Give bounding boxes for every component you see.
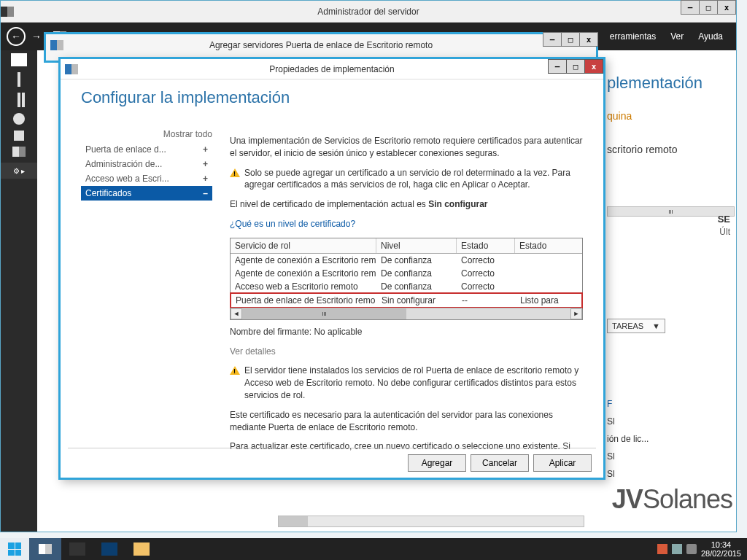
se-label: SE bbox=[718, 214, 730, 225]
close-button[interactable]: x bbox=[584, 59, 603, 74]
dialog-heading: Configurar la implementación bbox=[81, 88, 290, 107]
peek-link1[interactable]: quina bbox=[607, 110, 735, 122]
nav-panel: Mostrar todo Puerta de enlace d...+ Admi… bbox=[81, 93, 212, 440]
start-button[interactable] bbox=[0, 538, 29, 560]
ult-label: Últ bbox=[719, 227, 730, 237]
col-state2[interactable]: Estado bbox=[515, 238, 565, 253]
apply-button[interactable]: Aplicar bbox=[533, 454, 592, 472]
menu-help[interactable]: Ayuda bbox=[698, 31, 723, 42]
table-row[interactable]: Agente de conexión a Escritorio remDe co… bbox=[231, 267, 582, 280]
nav-gateway[interactable]: Puerta de enlace d...+ bbox=[81, 142, 212, 157]
cancel-button[interactable]: Cancelar bbox=[471, 454, 529, 472]
outer-title: Administrador del servidor bbox=[317, 7, 419, 17]
separator bbox=[68, 448, 596, 448]
sidebar-all-icon[interactable] bbox=[18, 93, 20, 107]
warning-icon bbox=[230, 366, 240, 375]
task-server-manager[interactable] bbox=[29, 538, 61, 560]
tray-network-icon[interactable] bbox=[672, 544, 682, 554]
maximize-button[interactable]: □ bbox=[561, 32, 580, 47]
cert-table: Servicio de rol Nivel Estado Estado Agen… bbox=[230, 238, 583, 320]
maximize-button[interactable]: □ bbox=[699, 0, 718, 15]
peek-link2[interactable]: scritorio remoto bbox=[607, 144, 735, 155]
warn-text2: El servidor tiene instalados los servici… bbox=[244, 365, 583, 401]
back-icon[interactable]: ← bbox=[7, 27, 26, 46]
task-app[interactable] bbox=[61, 538, 93, 560]
server-manager-icon bbox=[1, 7, 14, 17]
intro-text: Una implementación de Servicios de Escri… bbox=[230, 135, 583, 160]
signer-text: Nombre del firmante: No aplicable bbox=[230, 326, 583, 338]
details-link[interactable]: Ver detalles bbox=[230, 346, 276, 357]
nav-web[interactable]: Acceso web a Escri...+ bbox=[81, 171, 212, 186]
dialog-icon bbox=[50, 40, 63, 50]
peek-row: Sl bbox=[607, 416, 735, 427]
chevron-down-icon: ▼ bbox=[652, 322, 660, 330]
peek-row: ión de lic... bbox=[607, 434, 735, 444]
scroll-right-icon[interactable]: ► bbox=[570, 308, 582, 319]
close-button[interactable]: x bbox=[579, 32, 598, 47]
peek-row: Sl bbox=[607, 451, 735, 462]
horiz-scrollbar[interactable] bbox=[278, 516, 584, 527]
dialog-icon bbox=[65, 64, 78, 74]
front-title: Propiedades de implementación bbox=[269, 64, 394, 74]
task-explorer[interactable] bbox=[125, 538, 158, 560]
tray-flag-icon[interactable] bbox=[657, 544, 667, 554]
sidebar-selected[interactable]: ⚙▸ bbox=[1, 163, 37, 179]
minimize-button[interactable]: — bbox=[543, 32, 562, 47]
minimize-button[interactable]: — bbox=[548, 59, 567, 74]
warning-icon bbox=[230, 168, 240, 177]
sidebar-item-icon[interactable] bbox=[14, 131, 24, 141]
table-row[interactable]: Acceso web a Escritorio remotoDe confian… bbox=[231, 280, 582, 293]
menu-view[interactable]: Ver bbox=[670, 31, 684, 42]
outer-titlebar: Administrador del servidor — □ x bbox=[1, 1, 736, 23]
main-panel: Una implementación de Servicios de Escri… bbox=[212, 93, 583, 440]
close-button[interactable]: x bbox=[717, 0, 736, 15]
add-button[interactable]: Agregar bbox=[408, 454, 466, 472]
peek-row: Sl bbox=[607, 469, 735, 479]
table-row[interactable]: Agente de conexión a Escritorio remDe co… bbox=[231, 254, 582, 267]
cert-purpose-text: Este certificado es necesario para la au… bbox=[230, 409, 583, 434]
sidebar-local-icon[interactable] bbox=[18, 72, 20, 87]
maximize-button[interactable]: □ bbox=[566, 59, 585, 74]
col-level[interactable]: Nivel bbox=[376, 238, 457, 253]
nav-certs[interactable]: Certificados– bbox=[81, 186, 212, 201]
show-all-link[interactable]: Mostrar todo bbox=[81, 129, 212, 139]
menu-tools[interactable]: erramientas bbox=[610, 31, 656, 42]
col-state[interactable]: Estado bbox=[457, 238, 515, 253]
sidebar-item-icon[interactable] bbox=[13, 113, 25, 125]
scrollbar[interactable]: III bbox=[607, 206, 735, 217]
background-panel: plementación quina scritorio remoto III … bbox=[607, 74, 735, 486]
warn-text: Solo se puede agregar un certificado a u… bbox=[244, 167, 583, 192]
forward-icon[interactable]: → bbox=[31, 31, 42, 42]
deployment-properties-dialog: Propiedades de implementación — □ x Conf… bbox=[58, 57, 605, 480]
sidebar-item-icon[interactable] bbox=[12, 147, 26, 157]
peek-row[interactable]: F bbox=[607, 399, 735, 409]
scroll-left-icon[interactable]: ◄ bbox=[231, 308, 242, 319]
nav-admin[interactable]: Administración de...+ bbox=[81, 157, 212, 171]
update-cert-text: Para actualizar este certificado, cree u… bbox=[230, 440, 583, 453]
sidebar-dashboard-icon[interactable] bbox=[11, 53, 27, 66]
level-help-link[interactable]: ¿Qué es un nivel de certificado? bbox=[230, 219, 355, 229]
task-powershell[interactable] bbox=[93, 538, 125, 560]
tareas-dropdown[interactable]: TAREAS▼ bbox=[607, 319, 665, 333]
col-service[interactable]: Servicio de rol bbox=[231, 238, 376, 253]
taskbar-clock[interactable]: 10:34 28/02/2015 bbox=[701, 540, 741, 558]
table-scrollbar[interactable]: ◄ III ► bbox=[231, 308, 582, 319]
peek-heading: plementación bbox=[607, 74, 735, 93]
taskbar: 10:34 28/02/2015 bbox=[0, 538, 747, 560]
mid-title: Agregar servidores Puerta de enlace de E… bbox=[209, 40, 433, 50]
minimize-button[interactable]: — bbox=[681, 0, 700, 15]
tray-volume-icon[interactable] bbox=[686, 544, 697, 554]
sidebar: ⚙▸ bbox=[1, 50, 37, 532]
table-row-highlighted[interactable]: Puerta de enlace de Escritorio remoSin c… bbox=[230, 292, 583, 308]
windows-icon bbox=[8, 542, 21, 556]
level-text: El nivel de certificado de implementació… bbox=[230, 198, 583, 211]
